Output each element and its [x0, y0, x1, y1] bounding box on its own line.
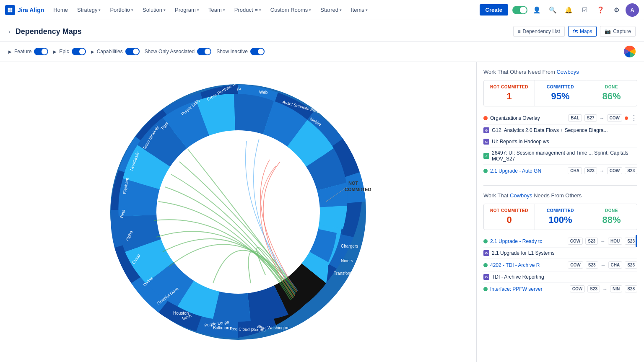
dep-org-overlay-text[interactable]: Organizations Overlay: [490, 115, 566, 121]
section1-team-link[interactable]: Cowboys: [556, 69, 579, 75]
dep-dot-red: [483, 116, 488, 120]
color-wheel-icon[interactable]: [624, 46, 636, 57]
nav-strategy[interactable]: Strategy▾: [73, 4, 105, 16]
maps-button[interactable]: 🗺 Maps: [568, 26, 597, 37]
app-logo[interactable]: Jira Align: [5, 5, 44, 15]
nav-solution[interactable]: Solution▾: [138, 4, 170, 16]
diagram-area[interactable]: Cowboys Washington Baltimore Houston Tra…: [0, 62, 476, 362]
page-title: Dependency Maps: [16, 27, 513, 36]
dep-tdi-reporting-text[interactable]: TDI - Archive Reporting: [492, 274, 637, 280]
section2-team-link[interactable]: Cowboys: [510, 192, 532, 199]
theme-toggle[interactable]: [512, 6, 527, 14]
page-container: › Dependency Maps ≡ Dependency List 🗺 Ma…: [0, 20, 644, 362]
feature-arrow: ▶: [8, 49, 12, 54]
dep-dot-green-auto: [483, 169, 488, 173]
dep-session-text[interactable]: 26497: UI: Session management and Time .…: [492, 150, 593, 156]
feature-toggle[interactable]: [34, 48, 48, 55]
badge-nin: NIN: [610, 285, 622, 292]
dep-item-upgrade-ready: 2.1 Upgrade - Ready tc COW S23 → HOU S23: [483, 235, 637, 248]
section-others-need: Work That Others Need From Cowboys NOT C…: [483, 69, 637, 177]
nav-team[interactable]: Team▾: [204, 4, 229, 16]
stat-committed-1: COMMITTED 95%: [535, 80, 586, 106]
dep-icon-session: ✓: [483, 153, 489, 159]
page-header-actions: ≡ Dependency List 🗺 Maps 📷 Capture: [513, 26, 636, 37]
dep-upgrade-l1-text[interactable]: 2.1 Upgrade for L1 Systems: [492, 250, 637, 256]
dep-upgrade-ready-text[interactable]: 2.1 Upgrade - Ready tc: [490, 238, 565, 244]
nav-custom-rooms[interactable]: Custom Rooms▾: [266, 4, 316, 16]
arrow-icon-3: →: [600, 238, 605, 244]
settings-icon[interactable]: ⚙: [610, 3, 623, 17]
nav-starred[interactable]: Starred▾: [316, 4, 346, 16]
svg-text:COMMitTED: COMMitTED: [345, 187, 371, 192]
tasks-icon[interactable]: ☑: [578, 3, 591, 17]
badge-s23-c: S23: [586, 261, 598, 269]
arrow-icon: →: [600, 115, 605, 121]
stat-done-1: DONE 86%: [586, 80, 637, 106]
sidebar-toggle[interactable]: ›: [8, 28, 10, 35]
dep-dot-green-ready: [483, 239, 488, 243]
svg-text:Washington: Washington: [267, 326, 289, 330]
svg-text:Niners: Niners: [341, 259, 353, 263]
list-icon: ≡: [518, 28, 521, 34]
badge-s28: S28: [625, 285, 637, 292]
avatar[interactable]: A: [626, 3, 639, 17]
toolbar: ▶ Feature ▶ Epic ▶ Capabilities Show Onl…: [0, 41, 644, 62]
filter-capabilities: ▶ Capabilities: [91, 48, 140, 55]
badge-cow4: COW: [568, 261, 583, 269]
main-content: Cowboys Washington Baltimore Houston Tra…: [0, 62, 644, 362]
nav-product[interactable]: Product =▾: [230, 4, 265, 16]
badge-cha2: CHA: [608, 261, 623, 269]
dep-item-ppfw: Interface: PPFW server COW S23 → NIN S28: [483, 283, 637, 295]
section-cowboys-needs: Work That Cowboys Needs From Others NOT …: [483, 192, 637, 295]
show-inactive-toggle[interactable]: [250, 48, 265, 55]
dep-tdi-archive-text[interactable]: 4202 - TDI - Archive R: [490, 262, 565, 268]
badge-s23-d: S23: [625, 261, 637, 269]
search-icon[interactable]: 🔍: [546, 3, 559, 17]
filter-epic: ▶ Epic: [53, 48, 86, 55]
capture-button[interactable]: 📷 Capture: [600, 26, 636, 37]
help-icon[interactable]: ❓: [594, 3, 607, 17]
dep-g12-text[interactable]: G12: Analytics 2.0 Data Flows + Sequence…: [492, 127, 637, 133]
create-button[interactable]: Create: [480, 4, 508, 16]
stat-not-committed-2: NOT COMMITTED 0: [484, 204, 535, 230]
show-inactive-label: Show Inactive: [216, 49, 248, 54]
svg-text:Cowboys: Cowboys: [345, 290, 364, 295]
dep-ppfw-text[interactable]: Interface: PPFW server: [490, 286, 567, 292]
dependency-list-button[interactable]: ≡ Dependency List: [513, 26, 565, 37]
stats-row-2: NOT COMMITTED 0 COMMITTED 100% DONE 88%: [483, 204, 637, 230]
menu-icon[interactable]: ⋮: [631, 114, 637, 122]
svg-rect-2: [8, 10, 10, 12]
show-only-associated-toggle[interactable]: [197, 48, 211, 55]
dep-upgrade-auto-text[interactable]: 2.1 Upgrade - Auto GN: [490, 168, 565, 174]
app-name: Jira Align: [18, 7, 44, 13]
epic-toggle[interactable]: [72, 48, 86, 55]
feature-label: Feature: [14, 49, 31, 54]
arrow-icon-2: →: [600, 168, 605, 174]
notifications-icon[interactable]: 🔔: [562, 3, 575, 17]
dep-ui-reports-text[interactable]: UI: Reports in Hadoop ws: [492, 139, 637, 145]
dep-item-tdi-reporting: G TDI - Archive Reporting: [483, 272, 637, 283]
from-sprint-s27: S27: [584, 114, 597, 122]
dep-item-upgrade-auto: 2.1 Upgrade - Auto GN CHA S23 → COW S23: [483, 165, 637, 177]
badge-hou: HOU: [608, 238, 622, 245]
capabilities-toggle[interactable]: [125, 48, 140, 55]
dep-dot-green-ppfw: [483, 287, 488, 291]
nav-items[interactable]: Items▾: [347, 4, 372, 16]
nav-portfolio[interactable]: Portfolio▾: [106, 4, 138, 16]
dep-item-ui-reports: G UI: Reports in Hadoop ws: [483, 136, 637, 147]
to-badge-cow: COW: [607, 114, 622, 122]
nav-home[interactable]: Home: [49, 4, 72, 16]
from-badge-cha: CHA: [568, 167, 582, 174]
user-icon[interactable]: 👤: [530, 3, 543, 17]
map-icon: 🗺: [573, 28, 578, 34]
arrow-icon-4: →: [601, 262, 606, 268]
filter-feature: ▶ Feature: [8, 48, 48, 55]
badge-cow5: COW: [570, 285, 585, 292]
camera-icon: 📷: [605, 28, 611, 34]
svg-text:Web: Web: [259, 90, 268, 95]
badge-cow3: COW: [568, 238, 583, 245]
epic-label: Epic: [59, 49, 69, 54]
dep-icon-g12: G: [483, 127, 489, 133]
stat-committed-2: COMMITTED 100%: [535, 204, 586, 230]
nav-program[interactable]: Program▾: [171, 4, 203, 16]
